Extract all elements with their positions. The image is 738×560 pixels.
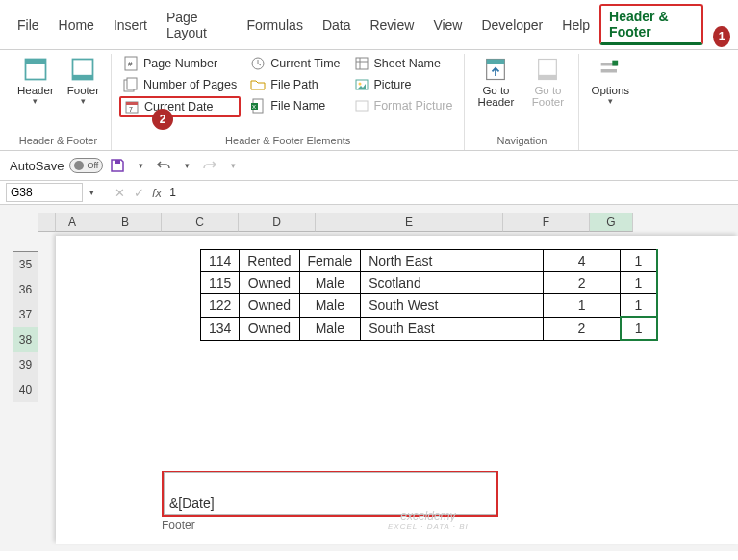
col-header-b[interactable]: B: [89, 213, 162, 232]
svg-rect-15: [356, 58, 368, 69]
row-header[interactable]: 36: [13, 277, 38, 302]
page-preview[interactable]: 114RentedFemaleNorth East41 115OwnedMale…: [56, 236, 738, 544]
col-header-g[interactable]: G: [590, 213, 633, 232]
tab-insert[interactable]: Insert: [104, 13, 157, 38]
group-label-nav: Navigation: [496, 133, 547, 150]
svg-rect-26: [601, 69, 617, 73]
name-box[interactable]: [6, 183, 83, 202]
row-header[interactable]: 38: [13, 327, 38, 352]
qat-dropdown[interactable]: ▾: [132, 157, 149, 174]
file-path-button[interactable]: File Path: [246, 75, 344, 94]
footer-button[interactable]: Footer ▾: [64, 54, 103, 108]
header-icon: [22, 56, 49, 83]
autosave-label: AutoSave: [10, 159, 64, 173]
footer-label: Footer: [67, 85, 99, 96]
tab-data[interactable]: Data: [313, 13, 361, 38]
autosave-toggle[interactable]: Off: [69, 158, 103, 173]
tab-review[interactable]: Review: [360, 13, 423, 38]
undo-dropdown[interactable]: ▾: [178, 157, 195, 174]
svg-text:7: 7: [129, 106, 133, 113]
go-to-footer-button: Go to Footer: [524, 54, 571, 110]
group-label-options: [609, 133, 612, 150]
column-headers: A B C D E F G: [38, 213, 633, 232]
chevron-down-icon: ▾: [81, 96, 86, 106]
accept-formula[interactable]: ✓: [129, 186, 148, 200]
svg-text:#: #: [128, 60, 133, 68]
col-header-d[interactable]: D: [239, 213, 316, 232]
callout-1: 1: [713, 26, 730, 47]
redo-button[interactable]: [201, 157, 218, 174]
picture-button[interactable]: Picture: [350, 75, 457, 94]
page-number-button[interactable]: #Page Number: [119, 54, 241, 73]
chevron-down-icon: ▾: [608, 96, 613, 106]
table-row[interactable]: 122OwnedMaleSouth West11: [201, 294, 657, 318]
chevron-down-icon: ▾: [33, 96, 38, 106]
data-table: 114RentedFemaleNorth East41 115OwnedMale…: [200, 249, 658, 341]
tab-formulas[interactable]: Formulas: [238, 13, 313, 38]
row-header[interactable]: 35: [13, 252, 38, 277]
table-row[interactable]: 134OwnedMaleSouth East21: [201, 317, 657, 340]
save-button[interactable]: [109, 157, 126, 174]
watermark: exceldemy EXCEL · DATA · BI: [388, 509, 469, 531]
undo-button[interactable]: [155, 157, 172, 174]
svg-rect-20: [356, 101, 368, 111]
tab-file[interactable]: File: [8, 13, 49, 38]
picture-icon: [354, 77, 369, 92]
excel-file-icon: X: [250, 98, 266, 114]
number-of-pages-button[interactable]: Number of Pages: [119, 75, 241, 94]
formula-bar: ▾ ✕ ✓ fx 1: [0, 181, 738, 205]
col-header-c[interactable]: C: [162, 213, 239, 232]
group-label-elements: Header & Footer Elements: [225, 133, 350, 150]
format-picture-button: Format Picture: [350, 96, 457, 115]
tab-help[interactable]: Help: [552, 13, 599, 38]
current-date-button[interactable]: 7Current Date: [119, 96, 241, 117]
go-footer-icon: [534, 56, 561, 83]
row-headers: 35 36 37 38 39 40: [13, 251, 38, 402]
svg-rect-27: [613, 61, 619, 66]
go-header-label: Go to Header: [476, 85, 515, 108]
namebox-dropdown[interactable]: ▾: [83, 184, 100, 201]
page-number-icon: #: [123, 56, 139, 71]
svg-rect-24: [539, 75, 557, 80]
svg-rect-22: [487, 60, 505, 64]
tab-view[interactable]: View: [423, 13, 471, 38]
col-header-f[interactable]: F: [503, 213, 590, 232]
folder-icon: [250, 77, 266, 92]
svg-rect-7: [127, 78, 137, 89]
num-pages-icon: [123, 77, 139, 92]
cancel-formula[interactable]: ✕: [110, 186, 129, 200]
group-options: Options ▾: [579, 54, 641, 150]
calendar-icon: 7: [124, 99, 140, 115]
callout-2: 2: [152, 109, 173, 130]
col-header-a[interactable]: A: [56, 213, 89, 232]
sheet-name-button[interactable]: Sheet Name: [350, 54, 457, 73]
go-to-header-button[interactable]: Go to Header: [472, 54, 519, 110]
current-time-button[interactable]: Current Time: [246, 54, 344, 73]
table-row[interactable]: 115OwnedMaleScotland21: [201, 272, 657, 294]
fx-icon[interactable]: fx: [148, 186, 165, 200]
tab-home[interactable]: Home: [49, 13, 104, 38]
options-button[interactable]: Options ▾: [587, 54, 633, 108]
tab-page-layout[interactable]: Page Layout: [157, 5, 238, 45]
table-row[interactable]: 114RentedFemaleNorth East41: [201, 250, 657, 272]
tab-developer[interactable]: Developer: [471, 13, 552, 38]
row-header[interactable]: 40: [13, 377, 38, 402]
file-name-button[interactable]: XFile Name: [246, 96, 344, 115]
tab-header-footer[interactable]: Header & Footer: [599, 4, 703, 45]
header-button[interactable]: Header ▾: [13, 54, 58, 108]
group-navigation: Go to Header Go to Footer Navigation: [465, 54, 579, 150]
formula-input[interactable]: 1: [165, 184, 732, 201]
col-gutter: [38, 213, 56, 232]
svg-text:X: X: [252, 104, 256, 110]
group-label-hf: Header & Footer: [19, 133, 97, 150]
col-header-e[interactable]: E: [316, 213, 503, 232]
svg-point-19: [358, 83, 361, 86]
redo-dropdown[interactable]: ▾: [224, 157, 242, 174]
options-label: Options: [591, 85, 629, 96]
row-header[interactable]: 37: [13, 302, 38, 327]
header-label: Header: [17, 85, 54, 96]
worksheet-area: A B C D E F G 35 36 37 38 39 40 114Rente…: [0, 205, 738, 551]
row-header[interactable]: 39: [13, 352, 38, 377]
svg-rect-3: [73, 75, 93, 80]
group-header-footer: Header ▾ Footer ▾ Header & Footer: [6, 54, 112, 150]
